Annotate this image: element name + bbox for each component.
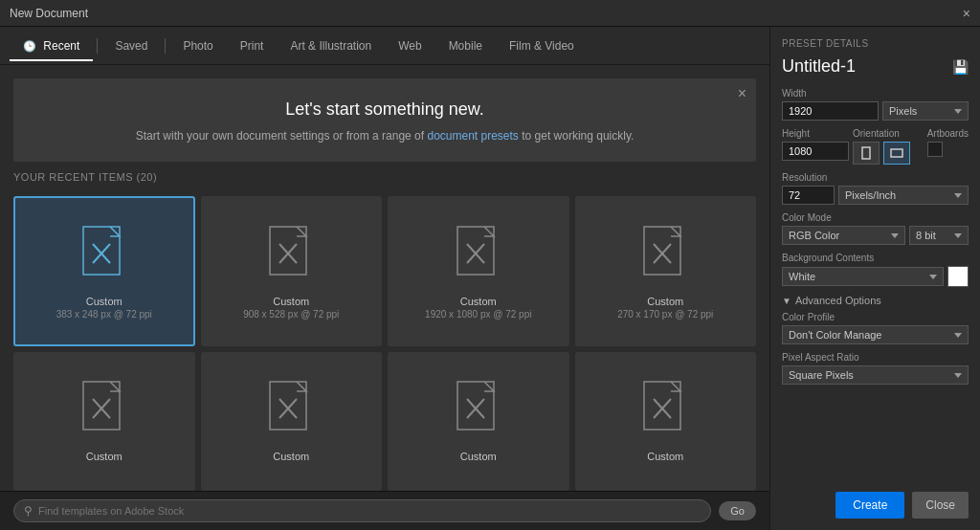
bg-contents-select[interactable]: White Black Transparent	[782, 267, 944, 286]
artboards-field-group: Artboards	[927, 128, 969, 165]
svg-rect-21	[644, 382, 680, 430]
doc-icon-2	[452, 225, 505, 292]
pixel-aspect-field-group: Pixel Aspect Ratio Square Pixels D1/DV N…	[782, 352, 969, 385]
doc-icon-wrap-2	[452, 225, 505, 290]
resolution-input[interactable]	[782, 186, 835, 205]
right-panel: PRESET DETAILS Untitled-1 💾 Width Pixels…	[769, 27, 980, 530]
tab-recent[interactable]: 🕒 Recent	[10, 32, 93, 60]
tab-mobile[interactable]: Mobile	[435, 32, 496, 60]
grid-item-6[interactable]: Custom	[388, 352, 569, 492]
grid-item-label-7: Custom	[647, 451, 683, 462]
grid-item-label-2: Custom	[460, 296, 497, 307]
svg-rect-3	[270, 227, 306, 275]
height-label: Height	[782, 128, 849, 139]
main-layout: 🕒 Recent Saved Photo Print Art & Illustr…	[0, 27, 980, 530]
svg-rect-0	[83, 227, 120, 275]
search-icon: ⚲	[24, 504, 33, 518]
clock-icon: 🕒	[23, 40, 36, 52]
grid-item-label-3: Custom	[647, 296, 683, 307]
grid-item-2[interactable]: Custom1920 x 1080 px @ 72 ppi	[388, 196, 569, 346]
grid-item-0[interactable]: Custom383 x 248 px @ 72 ppi	[13, 196, 195, 346]
recent-section-header: YOUR RECENT ITEMS (20)	[0, 162, 769, 196]
orientation-field-group: Orientation	[853, 128, 924, 165]
items-grid: Custom383 x 248 px @ 72 ppiCustom908 x 5…	[0, 196, 769, 491]
height-field-group: Height	[782, 128, 849, 165]
doc-icon-6	[452, 380, 505, 447]
bg-contents-field-group: Background Contents White Black Transpar…	[782, 253, 969, 287]
grid-item-sublabel-0: 383 x 248 px @ 72 ppi	[56, 309, 152, 320]
resolution-unit-select[interactable]: Pixels/Inch Pixels/Cm	[838, 186, 969, 205]
color-profile-field-group: Color Profile Don't Color Manage sRGB IE…	[782, 312, 969, 344]
save-preset-button[interactable]: 💾	[952, 59, 969, 75]
resolution-field-group: Resolution Pixels/Inch Pixels/Cm	[782, 172, 969, 205]
chevron-down-icon: ▼	[782, 296, 791, 306]
grid-item-4[interactable]: Custom	[13, 352, 195, 492]
width-field-group: Width Pixels Inches Centimeters	[782, 88, 969, 121]
svg-rect-15	[270, 382, 306, 430]
grid-item-3[interactable]: Custom270 x 170 px @ 72 ppi	[575, 196, 757, 346]
color-mode-select[interactable]: RGB Color CMYK Color Grayscale	[782, 226, 905, 245]
doc-icon-wrap-5	[264, 380, 318, 445]
color-mode-label: Color Mode	[782, 212, 969, 223]
height-input[interactable]	[782, 142, 849, 161]
doc-icon-0	[78, 225, 131, 292]
hero-title: Let's start something new.	[33, 99, 737, 120]
grid-item-sublabel-2: 1920 x 1080 px @ 72 ppi	[425, 309, 531, 320]
width-row: Pixels Inches Centimeters	[782, 101, 969, 121]
grid-item-1[interactable]: Custom908 x 528 px @ 72 ppi	[201, 196, 383, 346]
color-depth-select[interactable]: 8 bit 16 bit 32 bit	[909, 226, 969, 245]
tab-art[interactable]: Art & Illustration	[277, 32, 385, 60]
hero-close-button[interactable]: ×	[738, 86, 746, 101]
color-profile-select[interactable]: Don't Color Manage sRGB IEC61966-2.1 Ado…	[782, 325, 969, 344]
grid-item-sublabel-1: 908 x 528 px @ 72 ppi	[243, 309, 339, 320]
search-input-wrap: ⚲	[13, 499, 711, 522]
tab-print[interactable]: Print	[227, 32, 278, 60]
svg-rect-12	[83, 382, 120, 430]
grid-item-sublabel-3: 270 x 170 px @ 72 ppi	[617, 309, 713, 320]
close-button[interactable]: Close	[912, 492, 969, 519]
doc-icon-wrap-7	[638, 380, 692, 445]
doc-icon-wrap-0	[78, 225, 131, 290]
doc-icon-wrap-3	[638, 225, 692, 290]
tab-photo[interactable]: Photo	[169, 32, 226, 60]
width-label: Width	[782, 88, 969, 99]
pixel-aspect-label: Pixel Aspect Ratio	[782, 352, 969, 363]
grid-item-label-1: Custom	[273, 296, 309, 307]
color-profile-label: Color Profile	[782, 312, 969, 322]
height-orientation-row: Height Orientation Artboards	[782, 128, 969, 172]
hero-link[interactable]: document presets	[427, 129, 518, 143]
grid-item-label-4: Custom	[86, 451, 122, 462]
orientation-label: Orientation	[853, 128, 924, 139]
advanced-options-toggle[interactable]: ▼ Advanced Options	[782, 295, 969, 306]
hero-subtitle: Start with your own document settings or…	[33, 127, 737, 144]
tab-film[interactable]: Film & Video	[496, 32, 588, 60]
artboards-label: Artboards	[927, 128, 969, 139]
portrait-button[interactable]	[853, 142, 880, 165]
create-button[interactable]: Create	[835, 492, 904, 519]
window-close-button[interactable]: ×	[963, 6, 970, 21]
tab-saved[interactable]: Saved	[101, 32, 161, 60]
bg-color-swatch[interactable]	[947, 266, 969, 287]
tab-web[interactable]: Web	[385, 32, 434, 60]
tabs-bar: 🕒 Recent Saved Photo Print Art & Illustr…	[0, 27, 769, 65]
doc-icon-7	[638, 380, 692, 447]
svg-rect-18	[457, 382, 494, 430]
landscape-button[interactable]	[883, 142, 910, 165]
width-unit-select[interactable]: Pixels Inches Centimeters	[882, 101, 969, 121]
resolution-label: Resolution	[782, 172, 969, 183]
artboards-checkbox[interactable]	[927, 142, 943, 157]
bottom-buttons: Create Close	[782, 480, 969, 519]
portrait-icon	[861, 146, 871, 160]
pixel-aspect-select[interactable]: Square Pixels D1/DV NTSC (0.91) D1/DV PA…	[782, 365, 969, 385]
window-title: New Document	[10, 7, 88, 20]
color-mode-field-group: Color Mode RGB Color CMYK Color Grayscal…	[782, 212, 969, 245]
search-input[interactable]	[38, 505, 701, 517]
grid-item-5[interactable]: Custom	[201, 352, 383, 492]
doc-icon-wrap-4	[78, 380, 131, 445]
tab-divider-2	[165, 38, 166, 54]
width-input[interactable]	[782, 101, 879, 121]
grid-item-7[interactable]: Custom	[575, 352, 757, 492]
grid-item-label-6: Custom	[460, 451, 497, 462]
go-button[interactable]: Go	[719, 501, 756, 520]
orientation-buttons	[853, 142, 924, 165]
